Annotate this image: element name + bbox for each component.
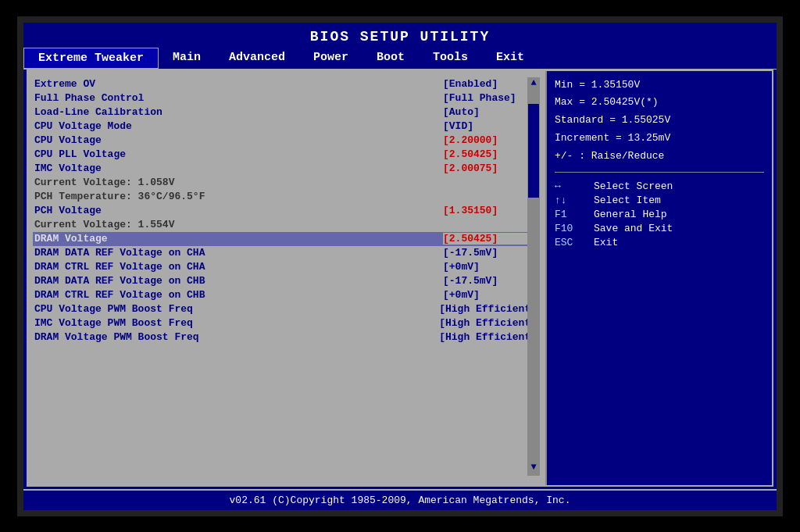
row-label: DRAM DATA REF Voltage on CHA — [34, 247, 253, 259]
menu-item-power[interactable]: Power — [299, 48, 362, 69]
settings-row[interactable]: IMC Voltage[2.00075] — [33, 162, 538, 176]
shortcut-desc: Save and Exit — [594, 223, 673, 234]
row-value: [-17.5mV] — [443, 275, 537, 287]
settings-row[interactable]: DRAM DATA REF Voltage on CHB[-17.5mV] — [33, 274, 538, 288]
row-value: [2.50425] — [443, 148, 537, 160]
row-label: DRAM Voltage PWM Boost Freq — [34, 331, 253, 343]
info-line: +/- : Raise/Reduce — [555, 148, 764, 165]
info-line: Standard = 1.55025V — [555, 112, 764, 129]
row-label: CPU Voltage PWM Boost Freq — [34, 303, 253, 315]
row-label: Full Phase Control — [34, 92, 253, 104]
row-label: DRAM DATA REF Voltage on CHB — [34, 275, 253, 287]
row-value: [High Efficient] — [439, 303, 537, 315]
settings-row: PCH Temperature: 36°C/96.5°F — [33, 190, 538, 204]
settings-row: Current Voltage: 1.058V — [33, 176, 538, 190]
settings-row[interactable]: CPU Voltage[2.20000] — [33, 134, 538, 148]
menu-item-advanced[interactable]: Advanced — [215, 48, 299, 69]
settings-row[interactable]: IMC Voltage PWM Boost Freq[High Efficien… — [33, 316, 538, 330]
bios-title: BIOS SETUP UTILITY — [23, 23, 777, 48]
row-label: PCH Voltage — [34, 205, 253, 216]
shortcuts: ↔Select Screen↑↓Select ItemF1General Hel… — [555, 180, 764, 248]
row-value: [VID] — [443, 120, 537, 132]
row-label: Current Voltage: 1.058V — [34, 177, 253, 188]
menu-bar: Extreme TweakerMainAdvancedPowerBootTool… — [23, 48, 777, 70]
shortcut-row: F10Save and Exit — [555, 223, 764, 234]
shortcut-row: F1General Help — [555, 209, 764, 220]
row-value: [High Efficient] — [439, 317, 537, 329]
scroll-up-icon[interactable]: ▲ — [530, 77, 536, 88]
row-label: IMC Voltage — [34, 162, 253, 174]
menu-item-tools[interactable]: Tools — [419, 48, 482, 69]
row-label: DRAM CTRL REF Voltage on CHA — [34, 261, 253, 273]
shortcut-row: ↔Select Screen — [555, 180, 764, 192]
settings-row[interactable]: DRAM CTRL REF Voltage on CHB[+0mV] — [33, 288, 538, 302]
menu-item-main[interactable]: Main — [159, 48, 215, 69]
row-value: [2.00075] — [443, 162, 537, 174]
shortcut-desc: Select Screen — [594, 180, 673, 192]
settings-row[interactable]: CPU Voltage Mode[VID] — [33, 120, 538, 134]
scrollbar-thumb — [528, 104, 539, 198]
shortcut-key: ↑↓ — [555, 195, 586, 206]
shortcut-key: ↔ — [555, 180, 586, 192]
row-value: [2.50425] — [443, 233, 537, 245]
shortcut-key: ESC — [555, 237, 586, 248]
row-label: IMC Voltage PWM Boost Freq — [34, 317, 253, 329]
row-value: [2.20000] — [443, 134, 537, 146]
settings-row[interactable]: Load-Line Calibration[Auto] — [33, 105, 538, 120]
scrollbar[interactable]: ▲ ▼ — [527, 77, 540, 476]
shortcut-row: ↑↓Select Item — [555, 195, 764, 206]
info-line: Increment = 13.25mV — [555, 130, 764, 147]
row-value: [-17.5mV] — [443, 247, 537, 259]
row-label: DRAM CTRL REF Voltage on CHB — [34, 289, 253, 301]
bios-screen: BIOS SETUP UTILITY Extreme TweakerMainAd… — [17, 16, 783, 516]
settings-row[interactable]: PCH Voltage[1.35150] — [33, 204, 538, 218]
settings-row[interactable]: Extreme OV[Enabled] — [33, 77, 538, 91]
settings-row: Current Voltage: 1.554V — [33, 218, 538, 232]
right-panel: Min = 1.35150VMax = 2.50425V(*)Standard … — [545, 71, 772, 485]
info-line: Min = 1.35150V — [555, 77, 764, 94]
main-area: Extreme OV[Enabled]Full Phase Control[Fu… — [27, 70, 773, 487]
row-label: Load-Line Calibration — [34, 106, 253, 118]
shortcut-key: F1 — [555, 209, 586, 220]
row-label: CPU PLL Voltage — [34, 148, 253, 160]
divider — [555, 172, 764, 173]
row-value: [Full Phase] — [443, 92, 537, 104]
footer: v02.61 (C)Copyright 1985-2009, American … — [23, 489, 777, 510]
settings-row[interactable]: DRAM Voltage PWM Boost Freq[High Efficie… — [33, 330, 538, 345]
settings-rows: Extreme OV[Enabled]Full Phase Control[Fu… — [33, 77, 538, 345]
settings-row[interactable]: CPU PLL Voltage[2.50425] — [33, 148, 538, 162]
row-value: [+0mV] — [443, 289, 537, 301]
row-value: [Auto] — [443, 106, 537, 118]
row-label: Current Voltage: 1.554V — [34, 219, 253, 230]
info-line: Max = 2.50425V(*) — [555, 95, 764, 111]
menu-item-exit[interactable]: Exit — [482, 48, 538, 69]
row-label: DRAM Voltage — [34, 233, 253, 245]
settings-row[interactable]: CPU Voltage PWM Boost Freq[High Efficien… — [33, 302, 538, 316]
shortcut-desc: Select Item — [594, 195, 661, 206]
menu-item-boot[interactable]: Boot — [362, 48, 419, 69]
row-value: [+0mV] — [443, 261, 537, 273]
left-panel: Extreme OV[Enabled]Full Phase Control[Fu… — [28, 71, 545, 485]
settings-row[interactable]: DRAM DATA REF Voltage on CHA[-17.5mV] — [33, 246, 538, 260]
settings-row[interactable]: DRAM Voltage[2.50425] — [33, 232, 538, 246]
shortcut-desc: Exit — [594, 237, 618, 248]
shortcut-key: F10 — [555, 223, 586, 234]
row-value: [Enabled] — [443, 78, 537, 90]
voltage-info: Min = 1.35150VMax = 2.50425V(*)Standard … — [555, 77, 764, 165]
row-value: [1.35150] — [443, 205, 537, 216]
row-label: CPU Voltage — [34, 134, 253, 146]
menu-item-extreme-tweaker[interactable]: Extreme Tweaker — [23, 48, 159, 69]
settings-row[interactable]: Full Phase Control[Full Phase] — [33, 91, 538, 105]
row-label: CPU Voltage Mode — [34, 120, 253, 132]
shortcut-row: ESCExit — [555, 237, 764, 248]
row-label: PCH Temperature: 36°C/96.5°F — [34, 191, 253, 202]
row-label: Extreme OV — [34, 78, 253, 90]
row-value: [High Efficient] — [439, 331, 537, 343]
settings-row[interactable]: DRAM CTRL REF Voltage on CHA[+0mV] — [33, 260, 538, 274]
scroll-down-icon[interactable]: ▼ — [530, 462, 536, 473]
shortcut-desc: General Help — [594, 209, 667, 220]
